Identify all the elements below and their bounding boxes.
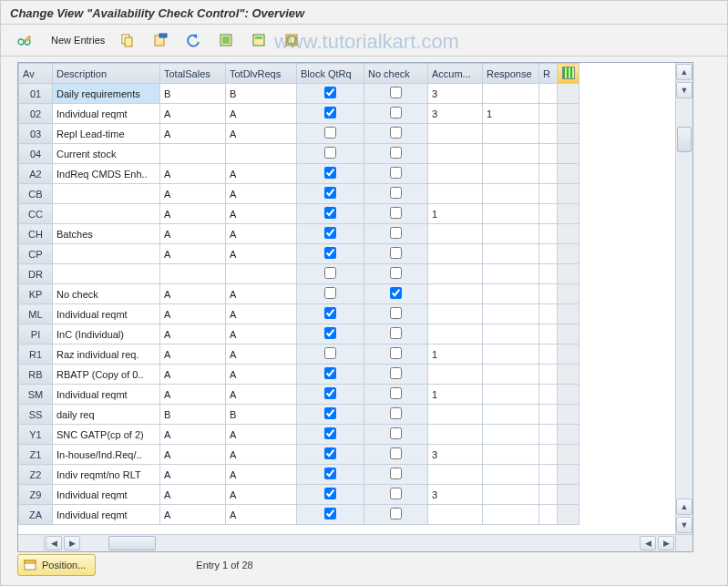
cell-response[interactable] [483, 385, 539, 405]
cell-accum[interactable]: 1 [428, 344, 483, 365]
table-row[interactable]: CBAA [19, 184, 579, 204]
cell-totdlvreqs[interactable]: A [226, 244, 297, 264]
cell-accum[interactable]: 3 [428, 104, 483, 124]
cell-response[interactable] [483, 204, 539, 224]
cell-av[interactable]: R1 [19, 344, 53, 365]
cell-re[interactable] [539, 164, 558, 184]
cell-nocheck-checkbox[interactable] [390, 127, 402, 139]
cell-re[interactable] [539, 405, 558, 425]
col-nocheck-header[interactable]: No check [364, 64, 428, 84]
cell-blockqtrq[interactable] [297, 445, 364, 465]
cell-nocheck[interactable] [364, 204, 428, 224]
cell-accum[interactable]: 3 [428, 445, 483, 465]
cell-blockqtrq-checkbox[interactable] [324, 107, 336, 118]
cell-blockqtrq[interactable] [297, 224, 364, 244]
cell-blockqtrq-checkbox[interactable] [324, 187, 336, 199]
col-configure-header[interactable] [558, 64, 579, 84]
col-re-header[interactable]: R [539, 64, 558, 84]
undo-button[interactable] [179, 29, 208, 51]
table-row[interactable]: PIInC (Individual)AA [19, 324, 579, 344]
new-entries-button[interactable]: New Entries [43, 29, 109, 51]
scroll-right2-button[interactable]: ▶ [658, 536, 674, 550]
cell-blockqtrq[interactable] [297, 84, 364, 104]
cell-av[interactable]: Y1 [19, 425, 53, 445]
cell-blockqtrq-checkbox[interactable] [324, 407, 336, 419]
configure-button[interactable] [277, 29, 306, 51]
cell-blockqtrq-checkbox[interactable] [324, 367, 336, 379]
cell-totdlvreqs[interactable]: A [226, 124, 297, 144]
scroll-left2-button[interactable]: ◀ [640, 536, 656, 550]
table-row[interactable]: CCAA1 [19, 204, 579, 224]
cell-accum[interactable]: 3 [428, 485, 483, 505]
cell-blockqtrq-checkbox[interactable] [324, 447, 336, 459]
cell-blockqtrq[interactable] [297, 304, 364, 324]
col-accum-header[interactable]: Accum... [428, 64, 483, 84]
cell-totalsales[interactable]: A [160, 385, 226, 405]
cell-accum[interactable] [428, 405, 483, 425]
cell-accum[interactable] [428, 304, 483, 324]
cell-totalsales[interactable]: A [160, 344, 226, 365]
cell-description[interactable]: Individual reqmt [53, 485, 160, 505]
cell-accum[interactable] [428, 144, 483, 164]
cell-accum[interactable]: 1 [428, 385, 483, 405]
cell-blockqtrq[interactable] [297, 204, 364, 224]
cell-nocheck-checkbox[interactable] [390, 447, 402, 459]
cell-blockqtrq-checkbox[interactable] [324, 227, 336, 239]
cell-blockqtrq-checkbox[interactable] [324, 247, 336, 259]
cell-blockqtrq-checkbox[interactable] [324, 287, 336, 299]
cell-nocheck[interactable] [364, 244, 428, 264]
cell-nocheck-checkbox[interactable] [390, 367, 402, 379]
cell-totdlvreqs[interactable]: A [226, 425, 297, 445]
cell-totdlvreqs[interactable]: A [226, 365, 297, 385]
cell-response[interactable] [483, 445, 539, 465]
cell-av[interactable]: RB [19, 365, 53, 385]
cell-totalsales[interactable]: B [160, 84, 226, 104]
cell-blockqtrq-checkbox[interactable] [324, 307, 336, 319]
cell-blockqtrq-checkbox[interactable] [324, 468, 336, 479]
cell-totalsales[interactable]: A [160, 485, 226, 505]
cell-re[interactable] [539, 505, 558, 525]
cell-blockqtrq-checkbox[interactable] [324, 387, 336, 399]
cell-totdlvreqs[interactable]: A [226, 505, 297, 525]
table-row[interactable]: 02Individual reqmtAA31 [19, 104, 579, 124]
cell-totdlvreqs[interactable]: A [226, 184, 297, 204]
cell-nocheck-checkbox[interactable] [390, 327, 402, 339]
copy-button[interactable] [113, 29, 142, 51]
table-row[interactable]: R1Raz individual req.AA1 [19, 344, 579, 365]
cell-totdlvreqs[interactable]: A [226, 204, 297, 224]
cell-re[interactable] [539, 244, 558, 264]
cell-totdlvreqs[interactable]: A [226, 385, 297, 405]
cell-description[interactable] [53, 244, 160, 264]
cell-totdlvreqs[interactable] [226, 264, 297, 284]
cell-re[interactable] [539, 344, 558, 365]
cell-blockqtrq[interactable] [297, 244, 364, 264]
cell-av[interactable]: PI [19, 324, 53, 344]
col-desc-header[interactable]: Description [53, 64, 160, 84]
cell-nocheck-checkbox[interactable] [390, 247, 402, 259]
cell-blockqtrq[interactable] [297, 344, 364, 365]
cell-description[interactable]: RBATP (Copy of 0.. [53, 365, 160, 385]
table-row[interactable]: A2IndReq CMDS Enh..AA [19, 164, 579, 184]
cell-nocheck-checkbox[interactable] [390, 107, 402, 118]
cell-nocheck[interactable] [364, 124, 428, 144]
cell-re[interactable] [539, 204, 558, 224]
vscroll-track[interactable] [676, 99, 692, 498]
cell-nocheck-checkbox[interactable] [390, 488, 402, 499]
table-row[interactable]: RBRBATP (Copy of 0..AA [19, 365, 579, 385]
cell-accum[interactable] [428, 264, 483, 284]
cell-av[interactable]: DR [19, 264, 53, 284]
cell-av[interactable]: 03 [19, 124, 53, 144]
cell-blockqtrq-checkbox[interactable] [324, 267, 336, 279]
cell-totalsales[interactable]: A [160, 365, 226, 385]
cell-blockqtrq[interactable] [297, 505, 364, 525]
table-row[interactable]: SMIndividual reqmtAA1 [19, 385, 579, 405]
cell-av[interactable]: CP [19, 244, 53, 264]
cell-re[interactable] [539, 84, 558, 104]
cell-nocheck[interactable] [364, 425, 428, 445]
cell-nocheck-checkbox[interactable] [390, 508, 402, 519]
cell-description[interactable]: Individual reqmt [53, 304, 160, 324]
cell-accum[interactable] [428, 365, 483, 385]
cell-response[interactable] [483, 184, 539, 204]
cell-response[interactable]: 1 [483, 104, 539, 124]
cell-nocheck-checkbox[interactable] [390, 147, 402, 159]
